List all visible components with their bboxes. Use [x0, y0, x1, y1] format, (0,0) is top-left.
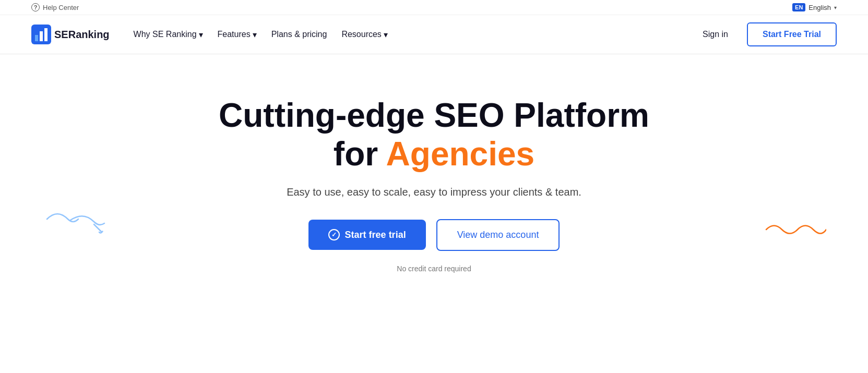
start-free-trial-button[interactable]: Start Free Trial [747, 22, 837, 46]
hero-section: Cutting-edge SEO Platform for Agencies E… [0, 54, 868, 305]
start-trial-cta-label: Start free trial [345, 230, 406, 240]
nav-item-why-label: Why SE Ranking [134, 30, 197, 39]
lang-name-label: English [808, 4, 831, 11]
svg-rect-3 [44, 28, 47, 41]
deco-right [764, 219, 826, 242]
hero-title: Cutting-edge SEO Platform for Agencies [199, 97, 669, 173]
svg-rect-2 [40, 31, 43, 41]
view-demo-account-button[interactable]: View demo account [436, 219, 560, 251]
logo-text: SERanking [54, 29, 110, 41]
nav-item-features-label: Features [218, 30, 251, 39]
svg-rect-1 [35, 35, 38, 41]
resources-chevron-icon: ▾ [384, 30, 388, 40]
nav-items: Why SE Ranking ▾ Features ▾ Plans & pric… [128, 26, 393, 44]
logo[interactable]: SERanking [31, 25, 110, 44]
hero-buttons: ✓ Start free trial View demo account [308, 219, 560, 251]
nav-item-why-se-ranking[interactable]: Why SE Ranking ▾ [128, 26, 208, 44]
lang-code-badge: EN [792, 3, 805, 11]
language-switcher[interactable]: EN English ▾ [792, 3, 837, 11]
check-circle-icon: ✓ [328, 229, 340, 240]
nav-left: SERanking Why SE Ranking ▾ Features ▾ Pl… [31, 25, 393, 44]
sign-in-button[interactable]: Sign in [694, 26, 736, 43]
nav-item-resources[interactable]: Resources ▾ [336, 26, 393, 44]
features-chevron-icon: ▾ [253, 30, 257, 40]
hero-subtitle: Easy to use, easy to scale, easy to impr… [287, 186, 581, 198]
help-icon: ? [31, 3, 40, 11]
nav-item-plans-label: Plans & pricing [271, 30, 327, 39]
nav-right: Sign in Start Free Trial [694, 22, 837, 46]
top-bar: ? Help Center EN English ▾ [0, 0, 868, 15]
sign-in-label: Sign in [703, 30, 728, 39]
chevron-down-icon: ▾ [834, 5, 837, 10]
help-center-link[interactable]: ? Help Center [31, 3, 79, 11]
nav-item-plans-pricing[interactable]: Plans & pricing [266, 26, 332, 43]
why-chevron-icon: ▾ [199, 30, 203, 40]
main-navbar: SERanking Why SE Ranking ▾ Features ▾ Pl… [0, 15, 868, 54]
view-demo-label: View demo account [457, 230, 539, 240]
deco-left [42, 203, 110, 242]
no-credit-card-note: No credit card required [397, 264, 471, 273]
help-center-label: Help Center [43, 4, 79, 11]
nav-item-resources-label: Resources [341, 30, 381, 39]
logo-icon [31, 25, 51, 44]
start-free-trial-cta-button[interactable]: ✓ Start free trial [308, 220, 426, 250]
nav-item-features[interactable]: Features ▾ [212, 26, 262, 44]
hero-title-highlight: Agencies [386, 135, 535, 173]
